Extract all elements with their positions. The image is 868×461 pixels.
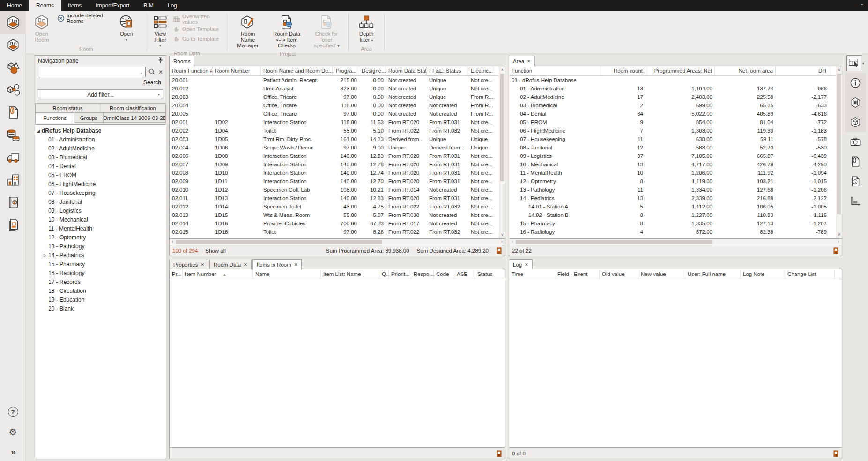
open-template-button[interactable]: Open Template [171,24,223,34]
nav-tab-room-classification[interactable]: Room classification [100,103,166,113]
rooms-vertical-scrollbar[interactable]: ∧∨ [499,66,505,238]
search-input[interactable] [38,68,138,76]
table-row[interactable]: 13 - Pathology111,334.00127.68-1,206 [509,186,842,194]
table-row[interactable]: 12 - Optometry81,119.00103.21-1,015 [509,177,842,186]
column-header-change-list[interactable]: Change List [785,269,835,279]
table-row[interactable]: 02.0041D06Scope Wash / Decon.97.009.00Un… [170,143,505,152]
tree-item-20-blank[interactable]: 20 - Blank [35,305,166,313]
room-data-item-checks-button[interactable]: 1:1 Room Data <- > Item Checks [269,13,304,50]
tree-item-13-pathology[interactable]: 13 - Pathology [35,242,166,251]
table-row[interactable]: 02.0031D05Trmt Rm. Dirty Proc.161.0014.1… [170,135,505,143]
tree-item-02-adultmedicine[interactable]: 02 - AdultMedicine [35,144,166,153]
rooms-horizontal-scrollbar[interactable]: ‹› [169,239,505,245]
clear-search-icon[interactable]: ✕ [158,69,163,75]
column-header-priorit[interactable]: Priorit... [389,269,411,279]
table-row[interactable]: 09 - Logistics377,105.00665.07-6,439 [509,152,842,160]
tree-item-12-optometry[interactable]: 12 - Optometry [35,233,166,242]
table-row[interactable]: 02 - AdultMedicine172,403.00225.58-2,177 [509,93,842,101]
tree-collapsed-icon[interactable]: ▷ [42,251,48,260]
items-icon[interactable] [0,56,26,79]
table-row[interactable]: 02.0141D16Provider Cubicles700.0067.83Fr… [170,219,505,228]
table-row[interactable]: 02.0021D04Toilet55.005.10From RT.022From… [170,126,505,135]
info-icon[interactable] [845,73,866,93]
products-icon[interactable] [0,79,26,101]
attachment-doc-icon[interactable] [845,152,866,171]
column-header-room-number[interactable]: Room Number [213,66,261,75]
table-row[interactable]: 20.005Office, Tricare97.000.00Not create… [170,110,505,118]
close-icon[interactable]: ✕ [525,262,528,267]
column-header-room-function[interactable]: Room Function # [170,66,213,75]
table-row[interactable]: 01 - dRofus Help Database [509,76,842,84]
table-row[interactable]: 04 - Dental345,022.00405.89-4,616 [509,110,842,118]
overwritten-values-button[interactable]: Overwritten values [171,14,223,24]
tree-item-07-housekeeping[interactable]: 07 - Housekeeping [35,189,166,198]
table-row[interactable]: 03 - Biomedical2699.0065.15-633 [509,101,842,110]
column-header-item-list-name[interactable]: Item List: Name [321,269,379,279]
tree-root-item[interactable]: ◢dRofus Help Database [35,126,166,135]
ribbon-collapse-icon[interactable]: ⌃ [860,0,864,11]
table-row[interactable]: 01 - Administration131,104.00137.74-966 [509,84,842,93]
close-icon[interactable]: ✕ [527,59,531,64]
tree-item-19-education[interactable]: 19 - Education [35,296,166,305]
nav-tab-groups[interactable]: Groups [74,113,104,123]
tab-properties[interactable]: Properties✕ [169,260,208,269]
table-row[interactable]: 02.0101D12Specimen Coll. Lab108.0010.21F… [170,186,505,194]
column-header-room-data-stat[interactable]: Room Data Stat... [386,66,427,75]
rooms-icon[interactable] [0,11,26,34]
table-row[interactable]: 14.01 - Station A51,112.00106.05-1,005 [509,202,842,211]
table-row[interactable]: 02.0061D08Interaction Station140.0012.83… [170,152,505,160]
logistics-icon[interactable] [0,146,26,169]
tab-rooms[interactable]: Rooms [169,56,194,66]
table-row[interactable]: 02.0071D09Interaction Station140.0012.78… [170,160,505,169]
menu-home[interactable]: Home [0,0,29,11]
tree-item-01-administration[interactable]: 01 - Administration [35,135,166,144]
table-row[interactable]: 11 - MentalHealth101,206.00111.92-1,094 [509,169,842,177]
column-header-room-count[interactable]: Room count [601,66,645,75]
layout-selector-icon[interactable]: ▾ [845,53,866,73]
menu-rooms[interactable]: Rooms [29,0,61,11]
table-row[interactable]: 10 - Mechanical134,717.00426.79-4,290 [509,160,842,169]
menu-log[interactable]: Log [161,0,184,11]
check-over-specified-button[interactable]: 1:1 Check for 'over specified' ▾ [309,13,344,51]
table-row[interactable]: 20.002Rmo Analyst323.000.00Not createdUn… [170,84,505,93]
table-row[interactable]: 02.0151D18Toilet97.008.26From RT.022From… [170,228,505,236]
search-link[interactable]: Search [143,79,161,86]
close-icon[interactable]: ✕ [200,262,204,267]
tree-item-14-pediatrics[interactable]: ▷14 - Pediatrics [35,251,166,260]
search-icon[interactable] [148,68,156,76]
column-header-user-full-name[interactable]: User: Full name [685,269,741,279]
nav-tab-functions[interactable]: Functions [35,113,74,123]
tree-expanded-icon[interactable]: ◢ [35,126,42,135]
close-icon[interactable]: ✕ [244,262,247,267]
cube-hexagon-icon[interactable] [845,112,866,132]
column-header-code[interactable]: Code [434,269,454,279]
tree-item-16-radiology[interactable]: 16 - Radiology [35,269,166,278]
table-row[interactable]: 15 - Pharmacy81,335.00127.13-1,207 [509,219,842,228]
tree-item-10-mechanical[interactable]: 10 - Mechanical [35,216,166,224]
table-row[interactable]: 08 - Janitorial12583.0052.70-530 [509,143,842,152]
tree-item-06-flightmedicine[interactable]: 06 - FlightMedicine [35,180,166,189]
finance-icon[interactable] [0,124,26,146]
pin-icon[interactable] [158,57,163,65]
tree-item-08-janitorial[interactable]: 08 - Janitorial [35,198,166,207]
go-to-template-button[interactable]: Go to Template [171,34,223,44]
column-header-q[interactable]: Q... [379,269,389,279]
room-name-manager-button[interactable]: Room Name Manager [231,13,265,50]
reports-icon[interactable] [0,214,26,236]
column-header-time[interactable]: Time [509,269,555,279]
tree-item-03-biomedical[interactable]: 03 - Biomedical [35,153,166,162]
room-template-icon[interactable] [0,34,26,56]
column-header-programmed-areas-net[interactable]: Programmed Areas: Net [645,66,715,75]
settings-gear-icon[interactable]: ⚙ [9,427,17,437]
show-all-link[interactable]: Show all [205,248,225,253]
column-header-pr[interactable]: Pr... [170,269,183,279]
print-icon[interactable] [496,450,502,457]
area-horizontal-scrollbar[interactable]: ‹› [509,239,842,245]
column-header-new-value[interactable]: New value [638,269,685,279]
column-header-field-event[interactable]: Field - Event [555,269,600,279]
table-row[interactable]: 14.02 - Station B81,227.00110.83-1,116 [509,211,842,219]
area-vertical-scrollbar[interactable]: ∧∨ [836,66,842,238]
table-row[interactable]: 07 - Housekeeping11638.0059.11-578 [509,135,842,143]
table-row[interactable]: 14 - Pediatrics132,339.00216.88-2,122 [509,194,842,202]
column-header-name[interactable]: Name [253,269,321,279]
